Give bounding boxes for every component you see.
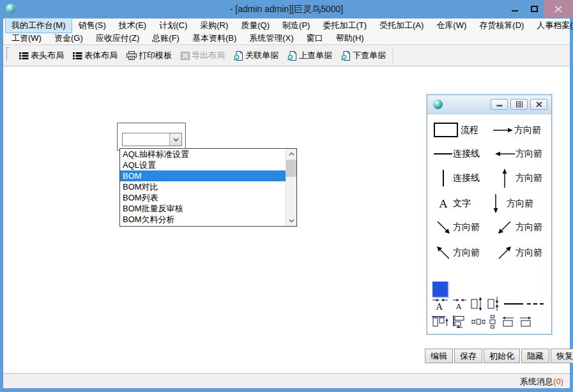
scroll-up-button[interactable]	[286, 149, 296, 159]
tool-connector-h[interactable]: 连接线	[434, 148, 480, 160]
menu-item-consigned-processing[interactable]: 受托加工(A)	[373, 18, 430, 33]
minimize-icon	[496, 102, 503, 107]
solid-line-icon[interactable]	[504, 297, 523, 311]
svg-text:A: A	[436, 302, 443, 311]
main-content: AQL抽样标准设置 AQL设置 BOM BOM对比 BOM列表 BOM批量反审核…	[3, 66, 570, 373]
lookup-up-button[interactable]: 上查单据	[283, 47, 337, 64]
button-label: 关联单据	[245, 50, 279, 61]
menu-item-help[interactable]: 帮助(H)	[330, 31, 371, 46]
lookup-up-icon	[287, 51, 297, 61]
table-body-layout-icon	[73, 52, 82, 60]
button-label: 下查单据	[353, 50, 386, 61]
tool-arrow-down-right[interactable]: 方向箭	[434, 220, 480, 234]
menu-item-base-data[interactable]: 基本资料(B)	[186, 31, 243, 46]
maximize-button[interactable]	[524, 0, 544, 18]
dropdown-item[interactable]: BOM列表	[120, 192, 286, 203]
tool-arrow-left[interactable]: 方向箭	[494, 148, 542, 160]
menu-item-system-admin[interactable]: 系统管理(X)	[243, 31, 300, 46]
menubar: 我的工作台(M) 销售(S) 技术(E) 计划(C) 采购(R) 质量(Q) 制…	[3, 19, 570, 45]
initialize-button[interactable]: 初始化	[484, 349, 520, 363]
toolbox-titlebar[interactable]	[427, 95, 551, 114]
arrow-up-right-icon	[498, 246, 512, 260]
combobox-dropdown-button[interactable]	[169, 133, 181, 146]
menu-item-funds[interactable]: 资金(G)	[48, 31, 89, 46]
distribute-vertical-icon[interactable]	[489, 315, 496, 329]
dropdown-item[interactable]: BOM对比	[120, 181, 286, 192]
app-window: - [admin admin][巨灵鸟5000] 我的工作台(M) 销售(S) …	[0, 0, 573, 392]
align-left-icon[interactable]	[452, 315, 468, 329]
tool-arrow-down-left[interactable]: 方向箭	[494, 220, 542, 234]
dropdown-item[interactable]: AQL抽样标准设置	[120, 149, 286, 160]
print-template-button[interactable]: 打印模板	[122, 47, 176, 64]
tool-arrow-up-left[interactable]: 方向箭	[434, 246, 480, 260]
height-fit-icon[interactable]	[487, 297, 500, 311]
related-docs-button[interactable]: 关联单据	[229, 47, 283, 64]
hide-button[interactable]: 隐藏	[521, 349, 549, 363]
menu-item-general-ledger[interactable]: 总账(F)	[146, 31, 186, 46]
h-line-icon	[434, 153, 452, 155]
menu-item-ap-ar[interactable]: 应收应付(Z)	[89, 31, 146, 46]
function-combobox[interactable]	[122, 133, 182, 146]
tool-text[interactable]: A 文字	[434, 198, 471, 209]
maximize-icon	[531, 6, 538, 12]
close-icon	[536, 102, 542, 107]
bring-forward-icon[interactable]	[519, 315, 534, 329]
table-header-layout-button[interactable]: 表头布局	[15, 47, 68, 64]
restore-button[interactable]: 恢复	[551, 349, 573, 363]
scroll-down-button[interactable]	[286, 216, 296, 226]
related-docs-icon	[234, 51, 243, 61]
text-width-icon[interactable]: A	[432, 297, 448, 311]
tool-process-rect[interactable]: 流程	[434, 123, 478, 137]
text-width-small-icon[interactable]: A	[452, 297, 467, 311]
close-button[interactable]	[544, 0, 573, 18]
window-frame	[0, 388, 573, 392]
height-resize-icon[interactable]	[471, 297, 484, 311]
align-top-icon[interactable]	[432, 315, 448, 329]
print-template-icon	[126, 51, 137, 60]
tool-arrow-up[interactable]: 方向箭	[494, 169, 542, 188]
menu-item-window[interactable]: 窗口	[300, 31, 330, 46]
dropdown-scrollbar[interactable]	[286, 149, 296, 226]
toolbox-minimize-button[interactable]	[491, 99, 508, 110]
arrow-left-icon	[494, 151, 515, 157]
minimize-button[interactable]	[505, 0, 524, 18]
toolbox-logo-icon	[433, 100, 443, 109]
toolbox-restore-button[interactable]	[510, 99, 528, 110]
export-layout-button[interactable]: 导出布局	[176, 47, 229, 64]
menu-item-hr-files[interactable]: 人事档案(Z)	[530, 18, 573, 33]
combobox-value[interactable]	[123, 133, 169, 146]
dropdown-item-selected[interactable]: BOM	[120, 170, 286, 181]
table-body-layout-button[interactable]: 表体布局	[68, 47, 122, 64]
toolbox-close-button[interactable]	[530, 99, 547, 110]
tool-label: 方向箭	[453, 247, 480, 259]
window-title: - [admin admin][巨灵鸟5000]	[0, 0, 573, 19]
menu-item-warehouse[interactable]: 仓库(W)	[430, 18, 473, 33]
button-label: 表体布局	[84, 50, 118, 61]
dashed-line-icon[interactable]	[527, 297, 545, 311]
button-label: 导出布局	[192, 50, 225, 61]
save-button[interactable]: 保存	[454, 349, 482, 363]
tool-arrow-right[interactable]: 方向箭	[493, 124, 541, 136]
menu-item-payroll[interactable]: 工资(W)	[5, 31, 48, 46]
button-label: 打印模板	[139, 50, 172, 61]
lookup-down-button[interactable]: 下查单据	[337, 47, 390, 64]
dropdown-item[interactable]: BOM批量反审核	[120, 203, 286, 214]
send-backward-icon[interactable]	[500, 315, 515, 329]
tool-arrow-up-right[interactable]: 方向箭	[494, 246, 542, 260]
arrow-up-left-icon	[436, 246, 450, 260]
edit-button[interactable]: 编辑	[425, 349, 453, 363]
distribute-horizontal-icon[interactable]	[471, 315, 485, 329]
minimize-icon	[512, 10, 518, 11]
tool-arrow-down[interactable]: 方向箭	[485, 194, 533, 213]
restore-icon	[516, 102, 523, 107]
tool-label: 方向箭	[516, 148, 542, 160]
dropdown-item[interactable]: AQL设置	[120, 160, 286, 170]
menu-item-inventory-accounting[interactable]: 存货核算(D)	[473, 18, 530, 33]
tool-label: 文字	[453, 198, 471, 209]
toolbox-panel: 流程 方向箭 连接线 方向	[427, 94, 552, 335]
scrollbar-thumb[interactable]	[286, 160, 296, 177]
color-swatch[interactable]	[432, 282, 449, 298]
toolbar-grip[interactable]	[6, 47, 9, 61]
tool-connector-v[interactable]: 连接线	[434, 170, 480, 186]
dropdown-item[interactable]: BOM欠料分析	[120, 214, 286, 225]
